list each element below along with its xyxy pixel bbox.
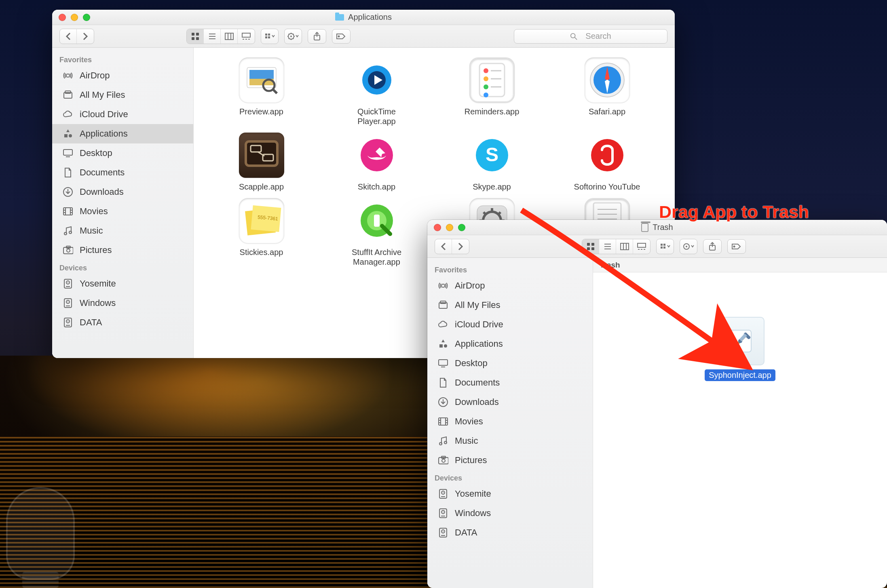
app-item-skype-app[interactable]: SSkype.app <box>436 133 547 192</box>
stuffit-icon <box>354 198 399 243</box>
sidebar-item-applications[interactable]: Applications <box>427 334 593 354</box>
sidebar-item-downloads[interactable]: Downloads <box>52 182 193 202</box>
svg-rect-95 <box>374 215 380 227</box>
sidebar-item-airdrop[interactable]: AirDrop <box>427 276 593 295</box>
sidebar-item-movies[interactable]: Movies <box>427 412 593 431</box>
trash-file-item[interactable]: SyphonInject.app <box>705 317 775 381</box>
search-field[interactable]: Search <box>514 29 667 44</box>
svg-rect-70 <box>479 63 505 97</box>
sidebar[interactable]: Favorites AirDropAll My FilesiCloud Driv… <box>52 48 194 358</box>
app-label: Reminders.app <box>465 107 520 116</box>
app-item-stuffit-archive-manager-app[interactable]: StuffIt Archive Manager.app <box>321 198 432 267</box>
sidebar-item-yosemite[interactable]: Yosemite <box>427 484 593 504</box>
action-menu[interactable] <box>680 239 697 254</box>
view-columns-button[interactable] <box>616 239 633 254</box>
view-gallery-button[interactable] <box>633 239 650 254</box>
svg-line-26 <box>289 38 289 39</box>
sidebar-item-documents[interactable]: Documents <box>52 163 193 182</box>
back-button[interactable] <box>60 29 77 44</box>
arrange-menu[interactable] <box>261 29 278 44</box>
content-area[interactable]: Trash <box>593 258 887 588</box>
sidebar-item-pictures[interactable]: Pictures <box>52 240 193 260</box>
sidebar-item-downloads[interactable]: Downloads <box>427 392 593 412</box>
app-item-reminders-app[interactable]: Reminders.app <box>436 57 547 126</box>
apps-icon <box>438 339 448 349</box>
sidebar-item-label: Music <box>455 436 478 446</box>
sidebar-item-pictures[interactable]: Pictures <box>427 451 593 470</box>
sidebar-item-desktop[interactable]: Desktop <box>427 354 593 373</box>
sidebar-item-documents[interactable]: Documents <box>427 373 593 392</box>
desktop-icon <box>438 358 448 369</box>
app-item-skitch-app[interactable]: Skitch.app <box>321 133 432 192</box>
sidebar-item-windows[interactable]: Windows <box>52 293 193 313</box>
arrange-menu[interactable] <box>657 239 674 254</box>
view-list-button[interactable] <box>599 239 616 254</box>
sidebar-item-desktop[interactable]: Desktop <box>52 143 193 163</box>
preview-icon <box>239 57 284 103</box>
svg-rect-14 <box>265 34 267 36</box>
back-button[interactable] <box>435 239 452 254</box>
app-item-preview-app[interactable]: Preview.app <box>206 57 317 126</box>
search-input[interactable] <box>581 31 582 41</box>
svg-line-27 <box>293 34 294 34</box>
finder-window-trash[interactable]: Trash <box>427 220 887 588</box>
sidebar-item-data[interactable]: DATA <box>52 313 193 332</box>
qt-icon <box>354 57 399 103</box>
sidebar-item-label: Applications <box>80 129 128 139</box>
view-columns-button[interactable] <box>221 29 238 44</box>
view-gallery-button[interactable] <box>238 29 255 44</box>
doc-icon <box>63 167 73 178</box>
sidebar-item-icloud-drive[interactable]: iCloud Drive <box>52 105 193 124</box>
view-icons-button[interactable] <box>582 239 599 254</box>
titlebar[interactable]: Trash <box>427 220 887 235</box>
sidebar-item-windows[interactable]: Windows <box>427 504 593 523</box>
tags-button[interactable] <box>727 239 746 254</box>
sidebar[interactable]: Favorites AirDropAll My FilesiCloud Driv… <box>427 258 593 588</box>
view-list-button[interactable] <box>204 29 221 44</box>
share-button[interactable] <box>308 29 326 44</box>
close-button[interactable] <box>59 14 66 21</box>
sidebar-item-applications[interactable]: Applications <box>52 124 193 143</box>
toolbar <box>427 235 887 258</box>
svg-rect-138 <box>439 360 448 365</box>
sidebar-item-data[interactable]: DATA <box>427 523 593 542</box>
app-item-safari-app[interactable]: Safari.app <box>551 57 663 126</box>
minimize-button[interactable] <box>446 224 453 231</box>
sidebar-item-movies[interactable]: Movies <box>52 202 193 221</box>
minimize-button[interactable] <box>71 14 78 21</box>
sidebar-item-label: Desktop <box>80 148 112 158</box>
svg-line-25 <box>293 38 294 39</box>
forward-button[interactable] <box>452 239 469 254</box>
sidebar-item-yosemite[interactable]: Yosemite <box>52 274 193 293</box>
svg-rect-16 <box>265 36 267 38</box>
sidebar-item-airdrop[interactable]: AirDrop <box>52 66 193 85</box>
disk-icon <box>63 278 73 289</box>
sidebar-item-music[interactable]: Music <box>52 221 193 240</box>
sidebar-item-all-my-files[interactable]: All My Files <box>52 85 193 105</box>
app-item-quicktime-player-app[interactable]: QuickTime Player.app <box>321 57 432 126</box>
svg-rect-126 <box>661 244 663 246</box>
zoom-button[interactable] <box>83 14 90 21</box>
view-icons-button[interactable] <box>187 29 204 44</box>
app-item-softorino-youtube[interactable]: Softorino YouTube <box>551 133 663 192</box>
app-item-stickies-app[interactable]: 555-7361Stickies.app <box>206 198 317 267</box>
svg-point-33 <box>66 74 70 77</box>
forward-button[interactable] <box>77 29 94 44</box>
tags-button[interactable] <box>332 29 351 44</box>
rem-icon <box>469 57 515 103</box>
titlebar[interactable]: Applications <box>52 10 675 25</box>
sidebar-section-devices: Devices <box>427 470 593 484</box>
sidebar-item-all-my-files[interactable]: All My Files <box>427 295 593 315</box>
sidebar-item-music[interactable]: Music <box>427 431 593 451</box>
share-button[interactable] <box>703 239 722 254</box>
desktop-icon <box>63 148 73 158</box>
app-label: Scapple.app <box>239 182 284 192</box>
close-button[interactable] <box>434 224 441 231</box>
svg-rect-119 <box>621 243 629 250</box>
path-bar-text: Trash <box>600 261 620 270</box>
action-menu[interactable] <box>285 29 302 44</box>
zoom-button[interactable] <box>458 224 465 231</box>
skitch-icon <box>354 133 399 178</box>
sidebar-item-icloud-drive[interactable]: iCloud Drive <box>427 315 593 334</box>
app-item-scapple-app[interactable]: Scapple.app <box>206 133 317 192</box>
